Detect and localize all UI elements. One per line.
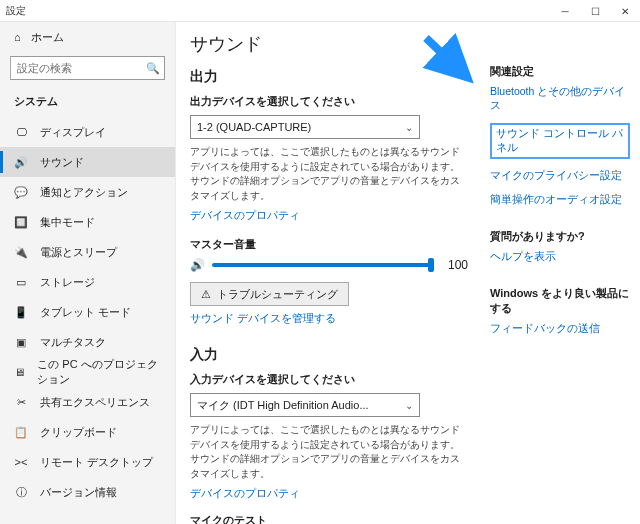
home-button[interactable]: ⌂ ホーム: [0, 22, 175, 52]
maximize-button[interactable]: ☐: [580, 0, 610, 22]
sidebar-item-clipboard[interactable]: 📋 クリップボード: [0, 417, 175, 447]
output-description: アプリによっては、ここで選択したものとは異なるサウンド デバイスを使用するように…: [190, 145, 468, 203]
input-heading: 入力: [190, 346, 468, 364]
mic-test-label: マイクのテスト: [190, 513, 468, 524]
chevron-down-icon: ⌄: [405, 122, 413, 133]
link-get-help[interactable]: ヘルプを表示: [490, 250, 630, 264]
sidebar-item-label: タブレット モード: [40, 305, 131, 320]
about-icon: ⓘ: [14, 485, 28, 499]
link-give-feedback[interactable]: フィードバックの送信: [490, 322, 630, 336]
manage-output-devices-link[interactable]: サウンド デバイスを管理する: [190, 312, 336, 326]
settings-sidebar: ⌂ ホーム 設定の検索 🔍 システム 🖵 ディスプレイ 🔊 サウンド 💬 通知と…: [0, 22, 176, 524]
power-icon: 🔌: [14, 245, 28, 259]
input-select-label: 入力デバイスを選択してください: [190, 372, 468, 387]
sidebar-item-shared-exp[interactable]: ✂ 共有エクスペリエンス: [0, 387, 175, 417]
search-placeholder: 設定の検索: [17, 61, 146, 76]
projecting-icon: 🖥: [14, 365, 25, 379]
link-mic-privacy[interactable]: マイクのプライバシー設定: [490, 169, 630, 183]
input-device-select[interactable]: マイク (IDT High Definition Audio... ⌄: [190, 393, 420, 417]
sidebar-item-display[interactable]: 🖵 ディスプレイ: [0, 117, 175, 147]
sidebar-item-label: リモート デスクトップ: [40, 455, 153, 470]
sidebar-item-about[interactable]: ⓘ バージョン情報: [0, 477, 175, 507]
input-device-value: マイク (IDT High Definition Audio...: [197, 398, 369, 413]
sidebar-item-focus-assist[interactable]: 🔲 集中モード: [0, 207, 175, 237]
sidebar-item-label: 通知とアクション: [40, 185, 128, 200]
page-title: サウンド: [190, 32, 468, 56]
sidebar-item-label: マルチタスク: [40, 335, 106, 350]
search-input[interactable]: 設定の検索 🔍: [10, 56, 165, 80]
sidebar-item-label: クリップボード: [40, 425, 117, 440]
input-description: アプリによっては、ここで選択したものとは異なるサウンド デバイスを使用するように…: [190, 423, 468, 481]
display-icon: 🖵: [14, 125, 28, 139]
sound-icon: 🔊: [14, 155, 28, 169]
output-troubleshoot-button[interactable]: ⚠ トラブルシューティング: [190, 282, 349, 306]
output-heading: 出力: [190, 68, 468, 86]
speaker-icon[interactable]: 🔊: [190, 258, 204, 272]
link-ease-of-access-audio[interactable]: 簡単操作のオーディオ設定: [490, 193, 630, 207]
output-select-label: 出力デバイスを選択してください: [190, 94, 468, 109]
home-label: ホーム: [31, 30, 64, 45]
sidebar-item-remote-desktop[interactable]: >< リモート デスクトップ: [0, 447, 175, 477]
storage-icon: ▭: [14, 275, 28, 289]
window-title: 設定: [6, 4, 26, 18]
sidebar-item-label: 電源とスリープ: [40, 245, 117, 260]
sidebar-item-label: ストレージ: [40, 275, 95, 290]
remote-desktop-icon: ><: [14, 455, 28, 469]
sidebar-item-sound[interactable]: 🔊 サウンド: [0, 147, 175, 177]
sidebar-item-label: ディスプレイ: [40, 125, 106, 140]
feedback-heading: Windows をより良い製品にする: [490, 286, 630, 316]
master-volume-value: 100: [438, 258, 468, 272]
input-device-properties-link[interactable]: デバイスのプロパティ: [190, 487, 300, 501]
clipboard-icon: 📋: [14, 425, 28, 439]
output-device-properties-link[interactable]: デバイスのプロパティ: [190, 209, 300, 223]
sidebar-item-storage[interactable]: ▭ ストレージ: [0, 267, 175, 297]
sidebar-group-header: システム: [0, 90, 175, 117]
output-device-value: 1-2 (QUAD-CAPTURE): [197, 121, 311, 133]
sidebar-item-projecting[interactable]: 🖥 この PC へのプロジェクション: [0, 357, 175, 387]
search-icon: 🔍: [146, 62, 160, 75]
close-button[interactable]: ✕: [610, 0, 640, 22]
multitask-icon: ▣: [14, 335, 28, 349]
link-sound-control-panel[interactable]: サウンド コントロール パネル: [490, 123, 630, 159]
sidebar-item-notifications[interactable]: 💬 通知とアクション: [0, 177, 175, 207]
output-device-select[interactable]: 1-2 (QUAD-CAPTURE) ⌄: [190, 115, 420, 139]
notifications-icon: 💬: [14, 185, 28, 199]
chevron-down-icon: ⌄: [405, 400, 413, 411]
tablet-icon: 📱: [14, 305, 28, 319]
master-volume-slider[interactable]: [212, 263, 430, 267]
troubleshoot-label: トラブルシューティング: [217, 287, 338, 302]
help-heading: 質問がありますか?: [490, 229, 630, 244]
sidebar-item-label: サウンド: [40, 155, 84, 170]
sidebar-item-label: 共有エクスペリエンス: [40, 395, 150, 410]
sidebar-item-power[interactable]: 🔌 電源とスリープ: [0, 237, 175, 267]
related-settings-heading: 関連設定: [490, 64, 630, 79]
link-bluetooth-devices[interactable]: Bluetooth とその他のデバイス: [490, 85, 630, 113]
minimize-button[interactable]: ─: [550, 0, 580, 22]
sidebar-item-label: バージョン情報: [40, 485, 117, 500]
focus-assist-icon: 🔲: [14, 215, 28, 229]
home-icon: ⌂: [14, 31, 21, 43]
shared-exp-icon: ✂: [14, 395, 28, 409]
related-settings-pane: 関連設定 Bluetooth とその他のデバイス サウンド コントロール パネル…: [490, 62, 630, 346]
sidebar-item-label: この PC へのプロジェクション: [37, 357, 161, 387]
sidebar-item-multitask[interactable]: ▣ マルチタスク: [0, 327, 175, 357]
master-volume-label: マスター音量: [190, 237, 468, 252]
sidebar-item-tablet-mode[interactable]: 📱 タブレット モード: [0, 297, 175, 327]
warning-icon: ⚠: [201, 288, 211, 301]
sidebar-item-label: 集中モード: [40, 215, 95, 230]
